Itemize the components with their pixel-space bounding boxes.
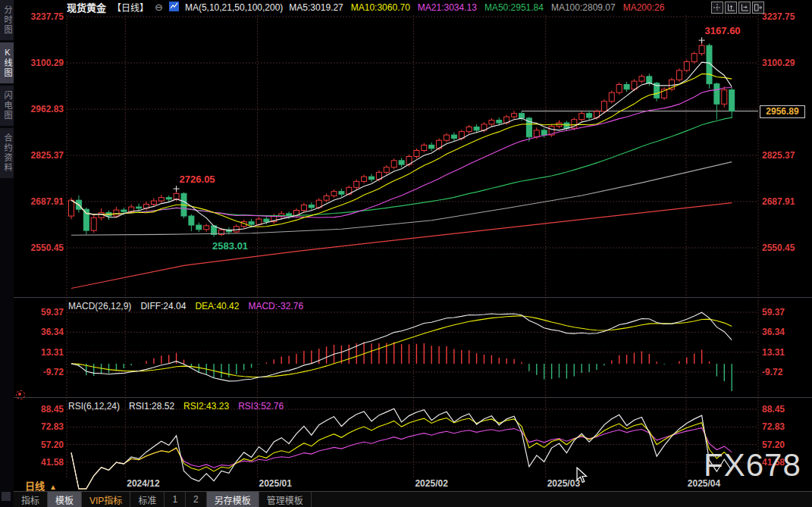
watermark: FX678 (704, 447, 801, 484)
sidebar-tab-contract-info[interactable]: 合约资料 (0, 128, 14, 178)
price-annotation: 2583.01 (212, 240, 248, 252)
ma-value: MA50:2951.84 (484, 2, 544, 13)
y-axis-label: -9.72 (17, 367, 64, 377)
y-axis-label: 88.45 (762, 404, 809, 415)
macd-macd-value: MACD:-32.76 (248, 301, 303, 311)
y-axis-label: 72.83 (17, 421, 64, 432)
y-axis-label: 36.34 (17, 327, 64, 337)
y-axis-label: 2550.45 (762, 243, 809, 253)
y-axis-label: -9.72 (762, 367, 809, 377)
bottom-tab-bar: 指标模板VIP指标标准12另存模板管理模板 (14, 491, 812, 507)
y-axis-label: 3100.29 (762, 58, 809, 68)
mouse-cursor (576, 467, 588, 485)
y-axis-label: 72.83 (762, 421, 809, 432)
panel-settings-icon[interactable] (16, 390, 25, 399)
move-icon[interactable] (711, 2, 723, 14)
y-axis-label: 59.37 (17, 307, 64, 318)
y-axis-label: 41.58 (17, 457, 64, 468)
tab-templates[interactable]: 模板 (48, 492, 82, 507)
tab-page-2[interactable]: 2 (186, 492, 207, 507)
rsi-title: RSI(6,12,24) (68, 401, 120, 412)
axis-autoscale-icon[interactable] (725, 2, 737, 14)
tab-save-template[interactable]: 另存模板 (207, 492, 259, 507)
sidebar-tab-lightning[interactable]: 闪电图 (0, 86, 14, 126)
collapse-icon[interactable]: ⊖ (155, 2, 163, 13)
tab-manage-templates[interactable]: 管理模板 (259, 492, 312, 507)
trading-terminal: 分时图K线图闪电图合约资料 现货黄金 【日线】 ⊖ MA(5,10,21,50,… (0, 0, 812, 507)
y-axis-label: 3237.75 (17, 11, 64, 22)
dock-right-icon[interactable] (752, 2, 764, 14)
macd-panel-header: MACD(26,12,9) DIFF:24.04 DEA:40.42 MACD:… (68, 301, 303, 311)
chart-type-icon[interactable] (169, 2, 179, 14)
chevron-up-icon: ▲ (49, 483, 57, 491)
tab-standard[interactable]: 标准 (130, 492, 165, 507)
y-axis-label: 36.34 (762, 327, 809, 337)
macd-diff-value: DIFF:24.04 (140, 301, 186, 311)
price-annotation: 2726.05 (180, 174, 215, 185)
tab-page-1[interactable]: 1 (165, 492, 186, 507)
tab-vip-indicators[interactable]: VIP指标 (82, 492, 130, 507)
y-axis-label: 88.45 (17, 404, 64, 415)
left-sidebar: 分时图K线图闪电图合约资料 (0, 0, 14, 507)
chart-header: 现货黄金 【日线】 ⊖ MA(5,10,21,50,100,200) MA5:3… (67, 1, 664, 14)
ma-group-label: MA(5,10,21,50,100,200) (185, 2, 283, 13)
ma-values: MA5:3019.27MA10:3060.70MA21:3034.13MA50:… (289, 2, 664, 13)
y-axis-label: 2687.91 (762, 196, 809, 207)
ma-value: MA21:3034.13 (418, 2, 477, 13)
ma-value: MA5:3019.27 (289, 2, 343, 13)
last-price-tag: 2956.89 (760, 105, 805, 118)
ma-value: MA200:26 (623, 2, 665, 13)
y-axis-label: 3237.75 (762, 11, 809, 22)
chart-toolbar (711, 2, 764, 14)
y-axis-label: 2550.45 (17, 243, 64, 253)
axis-forward-icon[interactable] (738, 2, 751, 14)
sidebar-tab-timeshare[interactable]: 分时图 (0, 0, 14, 40)
rsi-panel-header: RSI(6,12,24) RSI1:28.52 RSI2:43.23 RSI3:… (68, 401, 284, 412)
period-tag: 【日线】 (112, 1, 149, 14)
chart-canvas[interactable] (0, 0, 812, 507)
rsi2-value: RSI2:43.23 (183, 401, 229, 412)
macd-dea-value: DEA:40.42 (195, 301, 239, 311)
x-axis-label: 2025/02 (415, 478, 447, 489)
y-axis-label: 57.20 (17, 440, 64, 450)
y-axis-label: 59.37 (762, 307, 809, 318)
macd-group (71, 342, 732, 391)
y-axis-label: 2825.37 (17, 150, 64, 161)
x-axis-label: 2024/12 (127, 478, 159, 489)
price-annotation: 3167.60 (705, 25, 741, 36)
rsi3-value: RSI3:52.76 (238, 401, 284, 412)
y-axis-label: 13.31 (17, 347, 64, 358)
symbol-title: 现货黄金 (67, 0, 106, 14)
period-label: 日线 (25, 480, 45, 492)
y-axis-label: 13.31 (762, 347, 809, 358)
macd-title: MACD(26,12,9) (68, 301, 131, 311)
tab-indicators[interactable]: 指标 (14, 492, 48, 507)
ma-value: MA10:3060.70 (351, 2, 410, 13)
candles-group (69, 40, 735, 236)
y-axis-label: 2687.91 (17, 196, 64, 207)
scrollbar-corner (2, 492, 11, 501)
sidebar-tab-kline[interactable]: K线图 (0, 42, 14, 83)
rsi1-value: RSI1:28.52 (129, 401, 174, 412)
x-axis-label: 2025/01 (259, 478, 292, 489)
ma-value: MA100:2809.07 (551, 2, 616, 13)
y-axis-label: 2962.83 (17, 104, 64, 114)
x-axis-label: 2025/03 (547, 478, 580, 489)
y-axis-label: 2825.37 (762, 150, 809, 161)
y-axis-label: 3100.29 (17, 58, 64, 68)
